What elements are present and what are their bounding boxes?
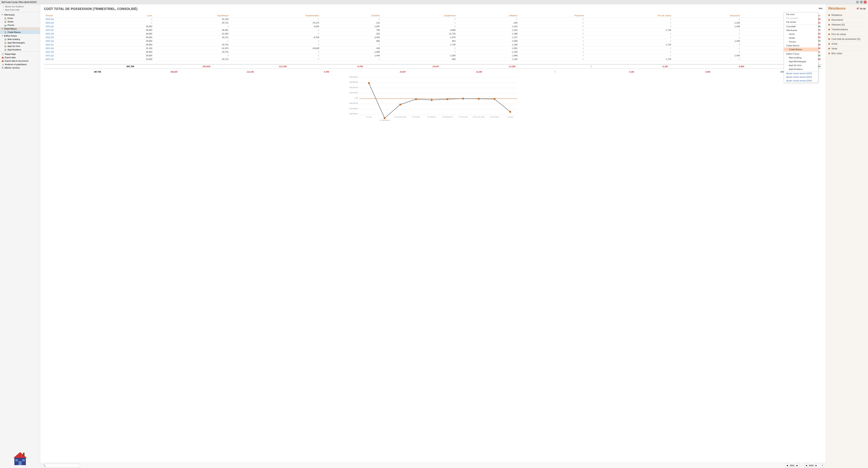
font-button[interactable]: Aa aa xyxy=(860,7,866,10)
svg-text:09 Assurance: 09 Assurance xyxy=(490,116,499,118)
cell-personnel: 0 xyxy=(519,18,585,21)
col-header-hypotheque[interactable]: Hypothèque xyxy=(154,14,230,18)
bullet-icon xyxy=(828,53,830,54)
dropdown-item-annexe-2022[interactable]: Ajouter comme annexe [2022] xyxy=(784,71,818,75)
col-header-loyer[interactable]: Loyer xyxy=(104,14,154,18)
dropdown-item-appt-michelangelo[interactable]: - Appt Michelangelo xyxy=(784,60,818,63)
year-label-left: 2021 xyxy=(790,464,795,467)
right-panel-item-achat[interactable]: Achat xyxy=(828,41,866,46)
cell-assurance: 0 xyxy=(673,32,741,36)
right-panel-item-bloc-notes[interactable]: Bloc-notes xyxy=(828,51,866,56)
cell-personnel: 0 xyxy=(519,54,585,57)
pin-button[interactable]: 📌 xyxy=(856,7,859,10)
cell-entretien: -1,687 xyxy=(321,25,381,28)
sidebar-item-analyses[interactable]: 📊 Analyses et graphiques xyxy=(0,63,40,66)
bullet-icon xyxy=(828,24,830,26)
dropdown-item-appt-da-vinci[interactable]: - Appt Da Vinci xyxy=(784,63,818,67)
sidebar-item-appt-da-vinci[interactable]: 🏠 Appt Da Vinci xyxy=(0,44,40,48)
sidebar-item-villa-piscine[interactable]: 🏊 Piscine xyxy=(0,23,40,27)
cell-transformation: 0 xyxy=(230,43,321,46)
cell-hypotheque: -51,563 xyxy=(154,32,230,36)
dropdown-item-home[interactable]: - Home xyxy=(784,32,818,36)
col-header-utilitaires[interactable]: Utilitaires xyxy=(457,14,519,18)
search-input[interactable] xyxy=(42,464,80,467)
dropdown-item-piscine[interactable]: - Piscine xyxy=(784,40,818,44)
sidebar-item-export-docs[interactable]: 📤 Export data & documents xyxy=(0,59,40,63)
prev-year-right-button[interactable]: ◀ xyxy=(804,464,808,467)
close-button[interactable]: ✕ xyxy=(864,1,866,3)
cell-personnel: 0 xyxy=(519,25,585,28)
appt-dv-icon: 🏠 xyxy=(4,45,6,47)
dropdown-item-villa-acacia[interactable]: Villa Acacia xyxy=(784,28,818,32)
dropdown-item-appt-amadeus[interactable]: - Appt Amadeus xyxy=(784,67,818,71)
dropdown-item-consolide[interactable]: Consolidé xyxy=(784,24,818,28)
svg-text:400,000.00: 400,000.00 xyxy=(349,76,358,78)
sidebar-item-villa-home[interactable]: 🏠 Home xyxy=(0,17,40,20)
maximize-button[interactable]: ❐ xyxy=(860,1,863,3)
right-panel-item-documents[interactable]: Documents xyxy=(828,18,866,22)
svg-text:10 Capex: 10 Capex xyxy=(507,116,514,118)
sidebar-item-export-data[interactable]: 📤 Export data xyxy=(0,56,40,59)
sidebar-item-rapportage[interactable]: 📋 Rapportage xyxy=(0,52,40,56)
col-header-flux[interactable]: Flux de caisse xyxy=(585,14,673,18)
dropdown-item-studio[interactable]: - Studio xyxy=(784,36,818,40)
col-header-assurance[interactable]: Assurance xyxy=(673,14,741,18)
appt-m-icon: 🏠 xyxy=(4,42,6,44)
sidebar-item-archive[interactable]: 🗄 Afficher l'archive xyxy=(0,66,40,69)
right-panel-item-transformations[interactable]: Transformations xyxy=(828,27,866,32)
title-bar: MyPrivate Family Office [Build 80287] — … xyxy=(0,0,868,4)
sidebar-group-edifice-futura[interactable]: ▼ Edifice Futura xyxy=(0,34,40,37)
right-panel-item-adresses--g-[interactable]: Adresses [G] xyxy=(828,22,866,27)
next-year-right-button[interactable]: ▶ xyxy=(814,464,818,467)
dropdown-item-annexe-2024[interactable]: Ajouter comme annexe [2024] xyxy=(784,79,818,83)
sidebar-group-villa-acacia[interactable]: ▼ Villa Acacia xyxy=(0,13,40,17)
sidebar-group-chalet-bianca[interactable]: ▼ Chalet Bianca xyxy=(0,27,40,30)
right-panel-item-vente[interactable]: Vente xyxy=(828,46,866,51)
cell-transformation: 0 xyxy=(230,39,321,43)
col-header-equipement[interactable]: Équipement xyxy=(381,14,457,18)
cell-transformation: -8,760 xyxy=(230,36,321,39)
nav-bar-left xyxy=(42,464,80,467)
dropdown-item-main-building[interactable]: - Main building xyxy=(784,56,818,60)
svg-point-24 xyxy=(399,103,401,105)
col-header-personnel[interactable]: Personnel xyxy=(519,14,585,18)
svg-text:-200,000.00: -200,000.00 xyxy=(349,107,358,110)
svg-point-23 xyxy=(384,117,385,119)
sidebar-item-add-unit[interactable]: + Ajout d'une unité xyxy=(2,8,38,11)
next-year-button-left[interactable]: ▶ xyxy=(796,464,799,467)
view-switcher-button[interactable] xyxy=(818,7,823,11)
prev-year-button[interactable]: ◀ xyxy=(785,464,789,467)
sidebar-item-appt-amadeus[interactable]: 🏠 Appt Amadeus xyxy=(0,48,40,51)
period-dropdown[interactable]: Par mois Par trimestre Par année Consoli… xyxy=(784,12,818,83)
minimize-button[interactable]: — xyxy=(856,1,859,3)
right-panel-item-r-sidence[interactable]: Résidence xyxy=(828,13,866,18)
dropdown-item-edifice-futura[interactable]: Edifice Futura xyxy=(784,52,818,56)
filter-button[interactable]: ⧖ xyxy=(820,464,824,467)
svg-text:-100,000.00: -100,000.00 xyxy=(349,102,358,104)
dropdown-item-par-mois[interactable]: Par mois xyxy=(784,12,818,16)
right-panel-item-flux-de-caisse[interactable]: Flux de caisse xyxy=(828,32,866,37)
sidebar-item-add-residence[interactable]: + Ajouter une résidence xyxy=(2,5,38,8)
col-header-period[interactable]: Période xyxy=(44,14,104,18)
sidebar-item-chalet-bianca[interactable]: 🏠 Chalet Bianca xyxy=(0,30,40,34)
table-row: 2021-Q4 32,150 -51,975 -29,600 -320 0 -1… xyxy=(44,46,822,50)
right-panel-item-label: Résidence xyxy=(831,14,842,17)
dropdown-item-chalet-bianca-group[interactable]: Chalet Bianca xyxy=(784,44,818,48)
col-header-transformation[interactable]: Transformation xyxy=(230,14,321,18)
sidebar-item-main-building[interactable]: 🏢 Main building xyxy=(0,37,40,41)
dropdown-item-chalet-bianca-selected[interactable]: - Chalet Bianca xyxy=(784,48,818,51)
right-panel-item-co-t-total-de-possession--g-[interactable]: Coût total de possession [G] xyxy=(828,37,866,41)
dropdown-item-annexe-2023[interactable]: Ajouter comme annexe [2023] xyxy=(784,75,818,79)
col-header-entretien[interactable]: Entretien xyxy=(321,14,381,18)
sidebar-item-villa-studio[interactable]: 🏠 Studio xyxy=(0,20,40,23)
sidebar-item-appt-michelangelo[interactable]: 🏠 Appt Michelangelo xyxy=(0,41,40,44)
table-row: 2022-Q2 28,950 0 0 -900 -454 -1,058 0 0 … xyxy=(44,39,822,43)
cell-assurance: 0 xyxy=(673,46,741,50)
window-controls[interactable]: — ❐ ✕ xyxy=(856,1,866,3)
bullet-icon xyxy=(828,38,830,40)
cell-flux: 0 xyxy=(585,39,673,43)
right-panel-item-label: Achat xyxy=(831,42,837,45)
svg-point-29 xyxy=(478,98,480,100)
sidebar: + Ajouter une résidence + Ajout d'une un… xyxy=(0,4,40,468)
dropdown-item-par-annee[interactable]: Par année xyxy=(784,20,818,24)
